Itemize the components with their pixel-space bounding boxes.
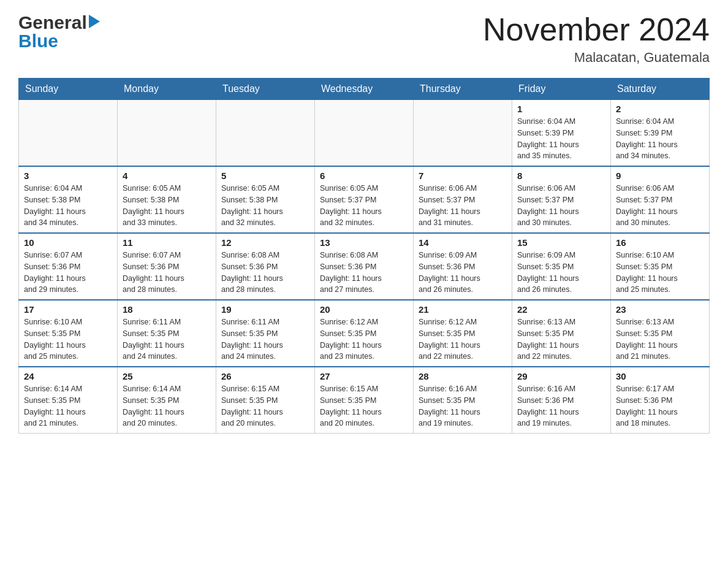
calendar-cell: 4Sunrise: 6:05 AM Sunset: 5:38 PM Daylig… bbox=[118, 166, 216, 233]
calendar-table: SundayMondayTuesdayWednesdayThursdayFrid… bbox=[18, 78, 710, 434]
day-number: 10 bbox=[24, 237, 112, 248]
week-row-2: 3Sunrise: 6:04 AM Sunset: 5:38 PM Daylig… bbox=[19, 166, 710, 233]
calendar-cell: 2Sunrise: 6:04 AM Sunset: 5:39 PM Daylig… bbox=[611, 100, 710, 167]
calendar-cell: 12Sunrise: 6:08 AM Sunset: 5:36 PM Dayli… bbox=[216, 233, 315, 300]
day-info: Sunrise: 6:12 AM Sunset: 5:35 PM Dayligh… bbox=[320, 316, 408, 362]
calendar-cell: 22Sunrise: 6:13 AM Sunset: 5:35 PM Dayli… bbox=[512, 300, 611, 367]
weekday-header-tuesday: Tuesday bbox=[216, 79, 315, 100]
day-info: Sunrise: 6:12 AM Sunset: 5:35 PM Dayligh… bbox=[419, 316, 507, 362]
weekday-header-thursday: Thursday bbox=[414, 79, 512, 100]
calendar-cell bbox=[118, 100, 216, 167]
calendar-cell: 17Sunrise: 6:10 AM Sunset: 5:35 PM Dayli… bbox=[19, 300, 118, 367]
day-info: Sunrise: 6:09 AM Sunset: 5:36 PM Dayligh… bbox=[419, 250, 507, 296]
day-info: Sunrise: 6:16 AM Sunset: 5:36 PM Dayligh… bbox=[517, 383, 605, 429]
svg-marker-0 bbox=[89, 15, 100, 28]
calendar-cell: 14Sunrise: 6:09 AM Sunset: 5:36 PM Dayli… bbox=[414, 233, 512, 300]
day-number: 12 bbox=[221, 237, 309, 248]
day-number: 5 bbox=[221, 170, 309, 181]
day-number: 24 bbox=[24, 371, 112, 381]
week-row-3: 10Sunrise: 6:07 AM Sunset: 5:36 PM Dayli… bbox=[19, 233, 710, 300]
day-info: Sunrise: 6:08 AM Sunset: 5:36 PM Dayligh… bbox=[320, 250, 408, 296]
day-number: 6 bbox=[320, 170, 408, 181]
logo-general-text: General bbox=[18, 12, 87, 33]
calendar-cell bbox=[315, 100, 414, 167]
day-info: Sunrise: 6:07 AM Sunset: 5:36 PM Dayligh… bbox=[123, 250, 211, 296]
day-info: Sunrise: 6:15 AM Sunset: 5:35 PM Dayligh… bbox=[320, 383, 408, 429]
day-info: Sunrise: 6:11 AM Sunset: 5:35 PM Dayligh… bbox=[221, 316, 309, 362]
weekday-header-sunday: Sunday bbox=[19, 79, 118, 100]
calendar-cell bbox=[414, 100, 512, 167]
day-number: 20 bbox=[320, 304, 408, 315]
day-info: Sunrise: 6:04 AM Sunset: 5:39 PM Dayligh… bbox=[616, 116, 704, 162]
week-row-5: 24Sunrise: 6:14 AM Sunset: 5:35 PM Dayli… bbox=[19, 367, 710, 434]
calendar-cell: 7Sunrise: 6:06 AM Sunset: 5:37 PM Daylig… bbox=[414, 166, 512, 233]
calendar-cell: 10Sunrise: 6:07 AM Sunset: 5:36 PM Dayli… bbox=[19, 233, 118, 300]
day-info: Sunrise: 6:16 AM Sunset: 5:35 PM Dayligh… bbox=[419, 383, 507, 429]
day-info: Sunrise: 6:07 AM Sunset: 5:36 PM Dayligh… bbox=[24, 250, 112, 296]
calendar-cell: 5Sunrise: 6:05 AM Sunset: 5:38 PM Daylig… bbox=[216, 166, 315, 233]
calendar-cell: 9Sunrise: 6:06 AM Sunset: 5:37 PM Daylig… bbox=[611, 166, 710, 233]
calendar-cell: 1Sunrise: 6:04 AM Sunset: 5:39 PM Daylig… bbox=[512, 100, 611, 167]
calendar-cell bbox=[19, 100, 118, 167]
day-info: Sunrise: 6:10 AM Sunset: 5:35 PM Dayligh… bbox=[24, 316, 112, 362]
calendar-cell: 29Sunrise: 6:16 AM Sunset: 5:36 PM Dayli… bbox=[512, 367, 611, 434]
day-number: 3 bbox=[24, 170, 112, 181]
logo-arrow-icon bbox=[87, 16, 100, 29]
day-number: 1 bbox=[517, 104, 605, 114]
day-info: Sunrise: 6:06 AM Sunset: 5:37 PM Dayligh… bbox=[419, 183, 507, 229]
day-info: Sunrise: 6:04 AM Sunset: 5:38 PM Dayligh… bbox=[24, 183, 112, 229]
page-header: General Blue November 2024 Malacatan, Gu… bbox=[18, 12, 710, 66]
day-number: 29 bbox=[517, 371, 605, 381]
logo: General Blue bbox=[18, 12, 100, 52]
day-info: Sunrise: 6:14 AM Sunset: 5:35 PM Dayligh… bbox=[123, 383, 211, 429]
location: Malacatan, Guatemala bbox=[483, 50, 710, 66]
calendar-cell: 30Sunrise: 6:17 AM Sunset: 5:36 PM Dayli… bbox=[611, 367, 710, 434]
day-info: Sunrise: 6:04 AM Sunset: 5:39 PM Dayligh… bbox=[517, 116, 605, 162]
day-info: Sunrise: 6:06 AM Sunset: 5:37 PM Dayligh… bbox=[517, 183, 605, 229]
week-row-4: 17Sunrise: 6:10 AM Sunset: 5:35 PM Dayli… bbox=[19, 300, 710, 367]
day-info: Sunrise: 6:09 AM Sunset: 5:35 PM Dayligh… bbox=[517, 250, 605, 296]
calendar-cell: 16Sunrise: 6:10 AM Sunset: 5:35 PM Dayli… bbox=[611, 233, 710, 300]
day-info: Sunrise: 6:05 AM Sunset: 5:37 PM Dayligh… bbox=[320, 183, 408, 229]
day-info: Sunrise: 6:13 AM Sunset: 5:35 PM Dayligh… bbox=[517, 316, 605, 362]
calendar-cell: 11Sunrise: 6:07 AM Sunset: 5:36 PM Dayli… bbox=[118, 233, 216, 300]
weekday-header-friday: Friday bbox=[512, 79, 611, 100]
day-number: 15 bbox=[517, 237, 605, 248]
day-info: Sunrise: 6:17 AM Sunset: 5:36 PM Dayligh… bbox=[616, 383, 704, 429]
weekday-header-row: SundayMondayTuesdayWednesdayThursdayFrid… bbox=[19, 79, 710, 100]
day-info: Sunrise: 6:14 AM Sunset: 5:35 PM Dayligh… bbox=[24, 383, 112, 429]
calendar-cell: 8Sunrise: 6:06 AM Sunset: 5:37 PM Daylig… bbox=[512, 166, 611, 233]
calendar-cell bbox=[216, 100, 315, 167]
day-number: 4 bbox=[123, 170, 211, 181]
weekday-header-wednesday: Wednesday bbox=[315, 79, 414, 100]
calendar-cell: 20Sunrise: 6:12 AM Sunset: 5:35 PM Dayli… bbox=[315, 300, 414, 367]
calendar-cell: 25Sunrise: 6:14 AM Sunset: 5:35 PM Dayli… bbox=[118, 367, 216, 434]
calendar-cell: 24Sunrise: 6:14 AM Sunset: 5:35 PM Dayli… bbox=[19, 367, 118, 434]
calendar-cell: 13Sunrise: 6:08 AM Sunset: 5:36 PM Dayli… bbox=[315, 233, 414, 300]
day-number: 9 bbox=[616, 170, 704, 181]
day-info: Sunrise: 6:05 AM Sunset: 5:38 PM Dayligh… bbox=[221, 183, 309, 229]
calendar-cell: 26Sunrise: 6:15 AM Sunset: 5:35 PM Dayli… bbox=[216, 367, 315, 434]
day-number: 21 bbox=[419, 304, 507, 315]
day-number: 13 bbox=[320, 237, 408, 248]
calendar-cell: 18Sunrise: 6:11 AM Sunset: 5:35 PM Dayli… bbox=[118, 300, 216, 367]
day-number: 22 bbox=[517, 304, 605, 315]
day-number: 27 bbox=[320, 371, 408, 381]
day-number: 2 bbox=[616, 104, 704, 114]
day-number: 14 bbox=[419, 237, 507, 248]
day-number: 23 bbox=[616, 304, 704, 315]
day-info: Sunrise: 6:13 AM Sunset: 5:35 PM Dayligh… bbox=[616, 316, 704, 362]
calendar-cell: 21Sunrise: 6:12 AM Sunset: 5:35 PM Dayli… bbox=[414, 300, 512, 367]
calendar-cell: 27Sunrise: 6:15 AM Sunset: 5:35 PM Dayli… bbox=[315, 367, 414, 434]
day-info: Sunrise: 6:08 AM Sunset: 5:36 PM Dayligh… bbox=[221, 250, 309, 296]
day-info: Sunrise: 6:15 AM Sunset: 5:35 PM Dayligh… bbox=[221, 383, 309, 429]
day-number: 7 bbox=[419, 170, 507, 181]
calendar-cell: 15Sunrise: 6:09 AM Sunset: 5:35 PM Dayli… bbox=[512, 233, 611, 300]
day-number: 17 bbox=[24, 304, 112, 315]
calendar-cell: 6Sunrise: 6:05 AM Sunset: 5:37 PM Daylig… bbox=[315, 166, 414, 233]
title-block: November 2024 Malacatan, Guatemala bbox=[483, 12, 710, 66]
day-number: 11 bbox=[123, 237, 211, 248]
weekday-header-saturday: Saturday bbox=[611, 79, 710, 100]
weekday-header-monday: Monday bbox=[118, 79, 216, 100]
day-number: 8 bbox=[517, 170, 605, 181]
